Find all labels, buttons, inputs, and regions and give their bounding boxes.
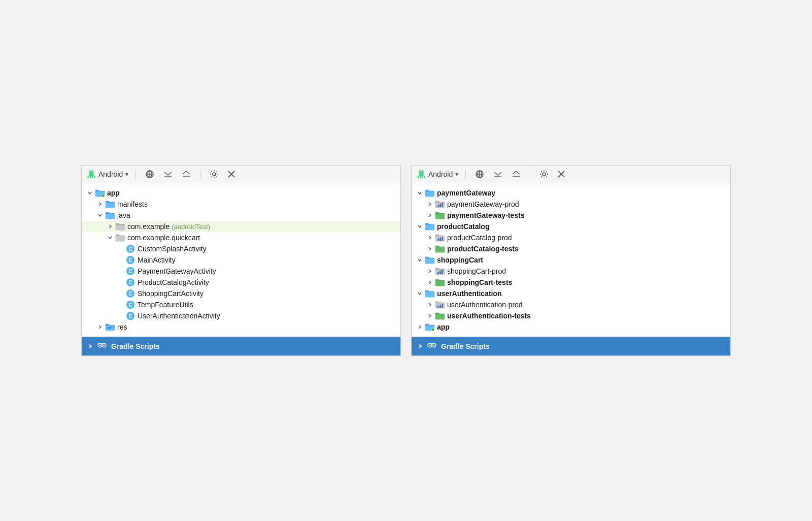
chevron-right-icon[interactable] <box>426 278 434 286</box>
tree-item-label: paymentGateway-tests <box>447 211 525 219</box>
tree-item-label: MainActivity <box>138 256 176 264</box>
settings-button[interactable] <box>208 169 221 180</box>
collapse-all-button[interactable] <box>161 169 175 179</box>
chevron-down-icon[interactable]: ▾ <box>125 171 128 178</box>
android-view-selector[interactable]: Android ▾ <box>417 169 458 180</box>
chevron-right-icon[interactable] <box>96 323 104 331</box>
tree-item[interactable]: com.example(androidTest) <box>82 221 400 232</box>
gradle-scripts-label: Gradle Scripts <box>111 342 160 350</box>
tree-item-label: productCatalog-prod <box>447 234 512 242</box>
tree-item[interactable]: userAuthentication-tests <box>412 310 730 321</box>
chevron-down-icon[interactable] <box>106 234 114 242</box>
toolbar-separator <box>136 170 136 179</box>
tree-item[interactable]: paymentGateway-tests <box>412 210 730 221</box>
expand-all-button[interactable] <box>180 169 193 179</box>
tree-item[interactable]: shoppingCart-prod <box>412 266 730 277</box>
chevron-right-icon[interactable] <box>416 323 424 331</box>
svg-rect-51 <box>442 304 443 308</box>
tree-item[interactable]: C TempFeatureUtils <box>82 299 400 310</box>
chevron-placeholder[interactable] <box>116 289 124 298</box>
tree-item[interactable]: productCatalog-tests <box>412 243 730 254</box>
chevron-right-icon[interactable] <box>426 301 434 309</box>
tree-item-label: com.example.quickcart <box>127 234 200 242</box>
tree-item[interactable]: com.example.quickcart <box>82 232 400 243</box>
tree-item[interactable]: paymentGateway <box>412 187 730 199</box>
gradle-scripts-label: Gradle Scripts <box>441 342 490 350</box>
tree-item[interactable]: app <box>412 321 730 333</box>
tree-item[interactable]: manifests <box>82 199 400 210</box>
tree-item[interactable]: userAuthentication <box>412 288 730 299</box>
chevron-right-icon[interactable] <box>106 222 114 231</box>
collapse-all-button[interactable] <box>491 169 504 179</box>
close-button[interactable] <box>226 170 237 179</box>
android-view-selector[interactable]: Android ▾ <box>87 169 128 180</box>
chevron-down-icon[interactable] <box>86 189 94 197</box>
svg-rect-47 <box>439 271 441 274</box>
svg-point-9 <box>101 194 105 197</box>
tree-item[interactable]: C CustomSplashActivity <box>82 243 400 254</box>
tree-item[interactable]: res <box>82 321 400 333</box>
folder-green-icon <box>435 312 445 320</box>
gradle-scripts-footer[interactable]: Gradle Scripts <box>82 337 400 355</box>
chevron-down-icon[interactable] <box>416 289 424 298</box>
tree-item[interactable]: C ProductCatalogActivity <box>82 277 400 288</box>
chevron-placeholder[interactable] <box>116 312 124 320</box>
chevron-right-icon[interactable] <box>426 200 434 208</box>
chevron-placeholder[interactable] <box>116 256 124 264</box>
chevron-placeholder[interactable] <box>116 278 124 286</box>
chevron-placeholder[interactable] <box>116 267 124 275</box>
tree-item[interactable]: shoppingCart-tests <box>412 277 730 288</box>
tree-item-label: ProductCatalogActivity <box>138 278 209 286</box>
tree-item[interactable]: productCatalog-prod <box>412 232 730 243</box>
svg-text:C: C <box>128 302 132 308</box>
gradle-scripts-footer[interactable]: Gradle Scripts <box>412 337 730 355</box>
svg-point-29 <box>99 345 101 346</box>
chevron-down-icon[interactable]: ▾ <box>455 171 458 178</box>
tree-item[interactable]: shoppingCart <box>412 254 730 266</box>
tree-item[interactable]: app <box>82 187 400 199</box>
tree-item-label: ShoppingCartActivity <box>138 289 204 298</box>
tree-item[interactable]: C UserAuthenticationActivity <box>82 310 400 321</box>
tree-item-label: res <box>117 323 127 331</box>
android-icon <box>417 169 426 180</box>
close-button[interactable] <box>556 170 567 179</box>
folder-blue-icon <box>105 200 115 208</box>
chevron-down-icon[interactable] <box>416 189 424 197</box>
tree-item-label: java <box>117 211 130 219</box>
svg-text:C: C <box>128 269 132 274</box>
tree-item-label: app <box>437 323 450 331</box>
tree-item-label: com.example <box>127 222 170 231</box>
class-c-icon: C <box>125 278 136 286</box>
chevron-placeholder[interactable] <box>116 301 124 309</box>
chevron-right-icon[interactable] <box>426 234 434 242</box>
chevron-right-icon[interactable] <box>426 211 434 219</box>
tree-item[interactable]: userAuthentication-prod <box>412 299 730 310</box>
expand-all-button[interactable] <box>510 169 523 179</box>
settings-button[interactable] <box>537 169 551 180</box>
tree-item[interactable]: productCatalog <box>412 221 730 232</box>
chevron-down-icon[interactable] <box>416 222 424 231</box>
tree-item-secondary-label: (androidTest) <box>172 223 210 231</box>
svg-text:C: C <box>128 246 132 252</box>
scope-button[interactable] <box>143 169 156 180</box>
svg-point-57 <box>433 345 435 346</box>
tree-item[interactable]: java <box>82 210 400 221</box>
folder-blue-icon <box>425 289 435 298</box>
toolbar-separator <box>465 170 466 179</box>
chevron-right-icon[interactable] <box>426 312 434 320</box>
chevron-down-icon[interactable] <box>416 256 424 264</box>
chevron-down-icon[interactable] <box>96 211 104 219</box>
tree-item[interactable]: paymentGateway-prod <box>412 199 730 210</box>
svg-text:C: C <box>128 291 132 297</box>
chevron-right-icon[interactable] <box>426 267 434 275</box>
tree-item-label: paymentGateway <box>437 189 495 197</box>
svg-rect-48 <box>442 270 443 274</box>
chevron-right-icon[interactable] <box>96 200 104 208</box>
folder-blue-icon <box>425 222 435 231</box>
chevron-placeholder[interactable] <box>116 245 124 253</box>
tree-item[interactable]: C MainActivity <box>82 254 400 266</box>
tree-item[interactable]: C ShoppingCartActivity <box>82 288 400 299</box>
scope-button[interactable] <box>473 169 486 180</box>
chevron-right-icon[interactable] <box>426 245 434 253</box>
tree-item[interactable]: C PaymentGatewayActivity <box>82 266 400 277</box>
